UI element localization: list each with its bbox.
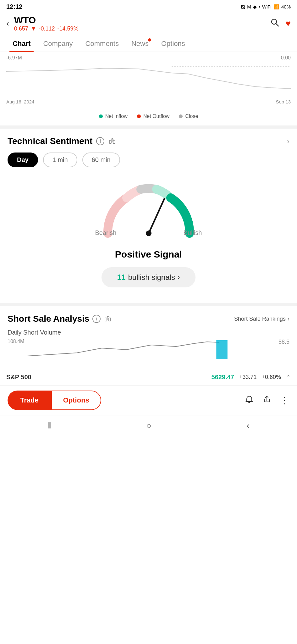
svg-rect-3 <box>109 140 111 143</box>
bullish-label: Bullish <box>184 229 202 236</box>
gauge-signal: Positive Signal <box>115 249 182 260</box>
section-title-row: Technical Sentiment i <box>8 136 116 146</box>
net-inflow-label: Net Inflow <box>105 114 128 119</box>
favorite-icon[interactable]: ♥ <box>285 19 291 29</box>
short-sale-rankings-label: Short Sale Rankings <box>234 316 286 322</box>
mini-chart-svg <box>27 339 275 361</box>
share-action-icon[interactable] <box>262 395 271 406</box>
signals-chevron: › <box>178 273 180 281</box>
more-icon[interactable]: ⋮ <box>280 395 289 406</box>
wifi-icon: WiFi <box>262 4 272 9</box>
chart-svg <box>6 62 291 97</box>
share-icon[interactable] <box>108 137 116 145</box>
tab-news[interactable]: News <box>125 36 155 52</box>
gauge-wrapper: Bearish Bullish <box>92 180 205 243</box>
divider-1 <box>0 125 297 129</box>
chart-y-max: 0.00 <box>281 55 291 61</box>
search-icon[interactable] <box>270 18 279 29</box>
close-label: Close <box>185 114 198 119</box>
signals-text: bullish signals <box>128 273 175 282</box>
stock-price: 0.657 <box>14 25 28 32</box>
chart-y-min: -6.97M <box>6 55 22 61</box>
technical-sentiment-title: Technical Sentiment <box>8 136 92 146</box>
header: ‹ WTO 0.657 ▼ -0.112 -14.59% ♥ <box>0 12 297 36</box>
short-sale-info-icon[interactable]: i <box>92 315 101 323</box>
battery-label: 40% <box>281 4 291 9</box>
svg-rect-9 <box>217 340 228 359</box>
short-sale-title-row: Short Sale Analysis i <box>8 314 112 324</box>
tab-company[interactable]: Company <box>37 36 79 52</box>
mini-chart-row: 108.4M 58.5 <box>8 339 289 361</box>
time-btn-1min[interactable]: 1 min <box>43 153 77 167</box>
gauge-container: Bearish Bullish Positive Signal 11 bulli… <box>8 177 289 303</box>
diamond-icon: ◆ <box>253 4 257 10</box>
nav-menu-icon[interactable]: ⦀ <box>47 420 51 431</box>
svg-rect-4 <box>113 140 115 143</box>
time-btn-60min[interactable]: 60 min <box>82 153 120 167</box>
header-actions: ♥ <box>270 18 291 29</box>
market-change: +33.71 <box>239 374 257 380</box>
bearish-label: Bearish <box>95 229 117 236</box>
tab-options[interactable]: Options <box>155 36 191 52</box>
tabs: Chart Company Comments News Options <box>0 36 297 52</box>
technical-sentiment-section: Technical Sentiment i › Day 1 min 60 min <box>0 129 297 303</box>
stock-change: -0.112 <box>39 25 55 32</box>
market-expand-icon[interactable]: ⌃ <box>286 374 291 381</box>
technical-sentiment-chevron[interactable]: › <box>287 137 289 146</box>
time-btn-day[interactable]: Day <box>8 153 38 167</box>
nav-back-icon[interactable]: ‹ <box>247 421 250 431</box>
technical-sentiment-header: Technical Sentiment i › <box>8 136 289 146</box>
notification-icon[interactable] <box>245 395 254 406</box>
info-icon[interactable]: i <box>96 137 104 145</box>
dot-icon: • <box>259 4 260 9</box>
chart-legend: Net Inflow Net Outflow Close <box>0 108 297 125</box>
close-dot <box>179 114 183 118</box>
short-sale-title: Short Sale Analysis <box>8 314 89 324</box>
short-sale-header: Short Sale Analysis i Short Sale Ranking… <box>8 314 289 324</box>
trade-options-group: Trade Options <box>8 391 101 410</box>
chart-date-start: Aug 16, 2024 <box>6 99 34 104</box>
bullish-signals-button[interactable]: 11 bullish signals › <box>102 267 195 287</box>
chart-area: -6.97M 0.00 Aug 16, 2024 Sep 13 <box>0 52 297 108</box>
stock-arrow: ▼ <box>31 25 36 32</box>
stock-ticker: WTO <box>14 15 271 25</box>
short-sale-rankings[interactable]: Short Sale Rankings › <box>234 316 289 322</box>
photo-icon: 🖼 <box>240 4 245 9</box>
svg-line-1 <box>276 24 278 26</box>
legend-net-outflow: Net Outflow <box>137 114 170 119</box>
legend-net-inflow: Net Inflow <box>99 114 128 119</box>
tab-comments[interactable]: Comments <box>79 36 125 52</box>
chart-date-end: Sep 13 <box>276 99 291 104</box>
signals-count: 11 <box>117 273 126 282</box>
market-bar: S&P 500 5629.47 +33.71 +0.60% ⌃ <box>0 369 297 385</box>
market-price: 5629.47 <box>212 374 234 381</box>
signal-icon: 📶 <box>273 4 279 10</box>
back-button[interactable]: ‹ <box>6 19 9 28</box>
news-dot <box>148 38 151 42</box>
action-icons: ⋮ <box>245 395 289 406</box>
market-name: S&P 500 <box>6 374 206 381</box>
short-sale-rankings-chevron: › <box>288 316 289 322</box>
mini-y-min: 108.4M <box>8 339 24 344</box>
svg-line-5 <box>149 199 164 233</box>
stock-info: WTO 0.657 ▼ -0.112 -14.59% <box>14 15 271 32</box>
chart-labels: -6.97M 0.00 <box>6 55 291 61</box>
options-button[interactable]: Options <box>51 391 101 410</box>
trade-button[interactable]: Trade <box>8 391 51 410</box>
stock-price-row: 0.657 ▼ -0.112 -14.59% <box>14 25 271 32</box>
chart-dates: Aug 16, 2024 Sep 13 <box>6 99 291 104</box>
net-outflow-label: Net Outflow <box>143 114 170 119</box>
short-sale-share-icon[interactable] <box>104 315 112 323</box>
nav-bar: ⦀ ○ ‹ <box>0 415 297 438</box>
market-change-pct: +0.60% <box>261 374 281 380</box>
svg-rect-8 <box>109 318 111 321</box>
legend-close: Close <box>179 114 198 119</box>
tab-chart[interactable]: Chart <box>6 36 37 52</box>
status-icons: 🖼 M ◆ • WiFi 📶 40% <box>240 4 291 10</box>
nav-home-icon[interactable]: ○ <box>146 421 151 431</box>
status-time: 12:12 <box>6 3 22 10</box>
gauge-labels: Bearish Bullish <box>92 229 205 236</box>
short-sale-section: Short Sale Analysis i Short Sale Ranking… <box>0 303 297 369</box>
daily-short-label: Daily Short Volume <box>8 329 289 336</box>
action-bar: Trade Options ⋮ <box>0 385 297 415</box>
